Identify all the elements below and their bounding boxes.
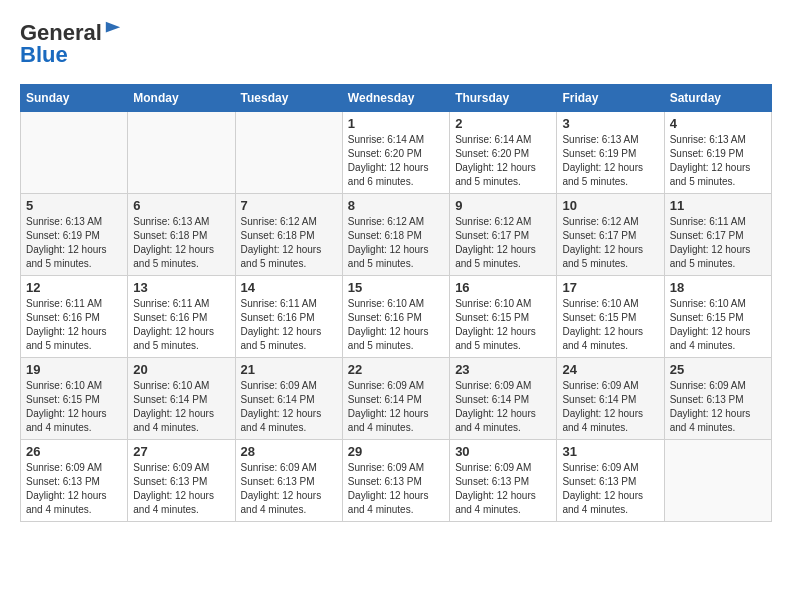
day-number: 12	[26, 280, 122, 295]
calendar-week-row: 5Sunrise: 6:13 AM Sunset: 6:19 PM Daylig…	[21, 194, 772, 276]
calendar-cell: 10Sunrise: 6:12 AM Sunset: 6:17 PM Dayli…	[557, 194, 664, 276]
day-info: Sunrise: 6:09 AM Sunset: 6:13 PM Dayligh…	[133, 461, 229, 517]
calendar-cell: 28Sunrise: 6:09 AM Sunset: 6:13 PM Dayli…	[235, 440, 342, 522]
day-number: 31	[562, 444, 658, 459]
day-info: Sunrise: 6:10 AM Sunset: 6:15 PM Dayligh…	[26, 379, 122, 435]
day-info: Sunrise: 6:09 AM Sunset: 6:13 PM Dayligh…	[26, 461, 122, 517]
calendar-cell	[128, 112, 235, 194]
day-number: 5	[26, 198, 122, 213]
calendar-cell: 20Sunrise: 6:10 AM Sunset: 6:14 PM Dayli…	[128, 358, 235, 440]
day-number: 25	[670, 362, 766, 377]
day-info: Sunrise: 6:11 AM Sunset: 6:16 PM Dayligh…	[133, 297, 229, 353]
weekday-header: Wednesday	[342, 85, 449, 112]
day-info: Sunrise: 6:13 AM Sunset: 6:19 PM Dayligh…	[670, 133, 766, 189]
day-info: Sunrise: 6:14 AM Sunset: 6:20 PM Dayligh…	[348, 133, 444, 189]
calendar-week-row: 26Sunrise: 6:09 AM Sunset: 6:13 PM Dayli…	[21, 440, 772, 522]
calendar-cell: 2Sunrise: 6:14 AM Sunset: 6:20 PM Daylig…	[450, 112, 557, 194]
day-info: Sunrise: 6:12 AM Sunset: 6:18 PM Dayligh…	[241, 215, 337, 271]
day-info: Sunrise: 6:10 AM Sunset: 6:14 PM Dayligh…	[133, 379, 229, 435]
calendar-cell	[21, 112, 128, 194]
calendar-cell	[664, 440, 771, 522]
day-number: 24	[562, 362, 658, 377]
day-number: 19	[26, 362, 122, 377]
svg-marker-0	[106, 22, 120, 33]
day-info: Sunrise: 6:12 AM Sunset: 6:17 PM Dayligh…	[455, 215, 551, 271]
day-number: 21	[241, 362, 337, 377]
day-info: Sunrise: 6:09 AM Sunset: 6:14 PM Dayligh…	[241, 379, 337, 435]
calendar-cell: 16Sunrise: 6:10 AM Sunset: 6:15 PM Dayli…	[450, 276, 557, 358]
calendar-cell: 17Sunrise: 6:10 AM Sunset: 6:15 PM Dayli…	[557, 276, 664, 358]
calendar-cell: 23Sunrise: 6:09 AM Sunset: 6:14 PM Dayli…	[450, 358, 557, 440]
day-number: 20	[133, 362, 229, 377]
day-number: 2	[455, 116, 551, 131]
calendar-cell: 11Sunrise: 6:11 AM Sunset: 6:17 PM Dayli…	[664, 194, 771, 276]
day-info: Sunrise: 6:11 AM Sunset: 6:16 PM Dayligh…	[241, 297, 337, 353]
day-number: 15	[348, 280, 444, 295]
calendar-cell: 4Sunrise: 6:13 AM Sunset: 6:19 PM Daylig…	[664, 112, 771, 194]
day-number: 22	[348, 362, 444, 377]
calendar-cell: 29Sunrise: 6:09 AM Sunset: 6:13 PM Dayli…	[342, 440, 449, 522]
day-number: 8	[348, 198, 444, 213]
day-number: 4	[670, 116, 766, 131]
calendar-week-row: 19Sunrise: 6:10 AM Sunset: 6:15 PM Dayli…	[21, 358, 772, 440]
calendar-cell: 7Sunrise: 6:12 AM Sunset: 6:18 PM Daylig…	[235, 194, 342, 276]
day-number: 18	[670, 280, 766, 295]
day-info: Sunrise: 6:13 AM Sunset: 6:18 PM Dayligh…	[133, 215, 229, 271]
calendar-cell: 27Sunrise: 6:09 AM Sunset: 6:13 PM Dayli…	[128, 440, 235, 522]
day-info: Sunrise: 6:12 AM Sunset: 6:18 PM Dayligh…	[348, 215, 444, 271]
day-number: 23	[455, 362, 551, 377]
day-info: Sunrise: 6:11 AM Sunset: 6:17 PM Dayligh…	[670, 215, 766, 271]
calendar-header-row: SundayMondayTuesdayWednesdayThursdayFrid…	[21, 85, 772, 112]
calendar-cell: 6Sunrise: 6:13 AM Sunset: 6:18 PM Daylig…	[128, 194, 235, 276]
day-info: Sunrise: 6:09 AM Sunset: 6:14 PM Dayligh…	[562, 379, 658, 435]
day-number: 9	[455, 198, 551, 213]
calendar-cell: 30Sunrise: 6:09 AM Sunset: 6:13 PM Dayli…	[450, 440, 557, 522]
day-info: Sunrise: 6:09 AM Sunset: 6:13 PM Dayligh…	[670, 379, 766, 435]
calendar-cell: 3Sunrise: 6:13 AM Sunset: 6:19 PM Daylig…	[557, 112, 664, 194]
calendar-cell: 26Sunrise: 6:09 AM Sunset: 6:13 PM Dayli…	[21, 440, 128, 522]
day-info: Sunrise: 6:09 AM Sunset: 6:13 PM Dayligh…	[562, 461, 658, 517]
day-info: Sunrise: 6:12 AM Sunset: 6:17 PM Dayligh…	[562, 215, 658, 271]
day-info: Sunrise: 6:13 AM Sunset: 6:19 PM Dayligh…	[562, 133, 658, 189]
calendar-cell: 5Sunrise: 6:13 AM Sunset: 6:19 PM Daylig…	[21, 194, 128, 276]
day-number: 30	[455, 444, 551, 459]
day-number: 10	[562, 198, 658, 213]
day-number: 28	[241, 444, 337, 459]
calendar-cell: 22Sunrise: 6:09 AM Sunset: 6:14 PM Dayli…	[342, 358, 449, 440]
day-number: 16	[455, 280, 551, 295]
day-info: Sunrise: 6:14 AM Sunset: 6:20 PM Dayligh…	[455, 133, 551, 189]
day-number: 27	[133, 444, 229, 459]
calendar-week-row: 12Sunrise: 6:11 AM Sunset: 6:16 PM Dayli…	[21, 276, 772, 358]
day-number: 29	[348, 444, 444, 459]
day-number: 11	[670, 198, 766, 213]
day-info: Sunrise: 6:09 AM Sunset: 6:13 PM Dayligh…	[241, 461, 337, 517]
calendar-week-row: 1Sunrise: 6:14 AM Sunset: 6:20 PM Daylig…	[21, 112, 772, 194]
day-info: Sunrise: 6:09 AM Sunset: 6:14 PM Dayligh…	[348, 379, 444, 435]
day-number: 17	[562, 280, 658, 295]
day-number: 3	[562, 116, 658, 131]
day-number: 1	[348, 116, 444, 131]
day-info: Sunrise: 6:10 AM Sunset: 6:16 PM Dayligh…	[348, 297, 444, 353]
weekday-header: Saturday	[664, 85, 771, 112]
day-info: Sunrise: 6:11 AM Sunset: 6:16 PM Dayligh…	[26, 297, 122, 353]
logo: General Blue	[20, 20, 122, 68]
day-info: Sunrise: 6:09 AM Sunset: 6:14 PM Dayligh…	[455, 379, 551, 435]
page-header: General Blue	[20, 20, 772, 68]
calendar-cell: 9Sunrise: 6:12 AM Sunset: 6:17 PM Daylig…	[450, 194, 557, 276]
calendar-table: SundayMondayTuesdayWednesdayThursdayFrid…	[20, 84, 772, 522]
calendar-cell: 1Sunrise: 6:14 AM Sunset: 6:20 PM Daylig…	[342, 112, 449, 194]
calendar-cell: 25Sunrise: 6:09 AM Sunset: 6:13 PM Dayli…	[664, 358, 771, 440]
day-number: 13	[133, 280, 229, 295]
day-info: Sunrise: 6:13 AM Sunset: 6:19 PM Dayligh…	[26, 215, 122, 271]
weekday-header: Thursday	[450, 85, 557, 112]
calendar-cell: 21Sunrise: 6:09 AM Sunset: 6:14 PM Dayli…	[235, 358, 342, 440]
calendar-cell: 18Sunrise: 6:10 AM Sunset: 6:15 PM Dayli…	[664, 276, 771, 358]
calendar-cell: 8Sunrise: 6:12 AM Sunset: 6:18 PM Daylig…	[342, 194, 449, 276]
day-number: 26	[26, 444, 122, 459]
calendar-cell	[235, 112, 342, 194]
calendar-cell: 31Sunrise: 6:09 AM Sunset: 6:13 PM Dayli…	[557, 440, 664, 522]
calendar-cell: 24Sunrise: 6:09 AM Sunset: 6:14 PM Dayli…	[557, 358, 664, 440]
day-info: Sunrise: 6:09 AM Sunset: 6:13 PM Dayligh…	[455, 461, 551, 517]
calendar-cell: 15Sunrise: 6:10 AM Sunset: 6:16 PM Dayli…	[342, 276, 449, 358]
day-number: 14	[241, 280, 337, 295]
